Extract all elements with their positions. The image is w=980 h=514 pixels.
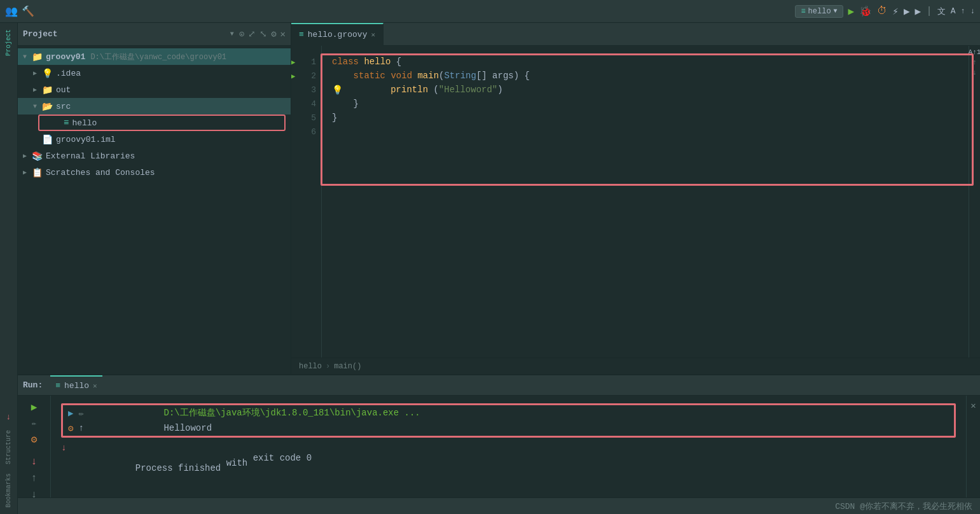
status-bar: CSDN @你若不离不弃，我必生死相依 [18,497,980,514]
sidebar-structure-btn[interactable]: Structure [4,426,13,468]
run-arrow-2[interactable]: ▶ [291,71,295,81]
sidebar-down-btn[interactable]: ↓ [1,410,17,425]
scratches-icon: 📋 [32,167,43,178]
project-header: Project ▼ ⊙ ⤢ ⤡ ⚙ ✕ [18,23,291,46]
locate-icon[interactable]: ⊙ [239,29,244,39]
out-arrow: ▶ [33,86,42,94]
more-actions-button[interactable]: ▶ [904,5,910,18]
fn-paren-close: ) [497,85,502,95]
param-type: String [444,71,476,81]
code-line-6 [332,125,958,139]
tree-out[interactable]: ▶ 📁 out [18,81,291,98]
run-config-icon: ≡ [801,7,805,16]
font-label: 文 [937,6,946,17]
sidebar-bookmarks-btn[interactable]: Bookmarks [4,469,13,511]
main-area: Project ↓ Structure Bookmarks Project ▼ … [0,23,980,514]
editor-breadcrumb: hello › main() [291,358,980,374]
people-icon[interactable]: 👥 [5,5,18,18]
expand-icon[interactable]: ⤢ [248,29,256,39]
scroll-up[interactable]: ↑ [972,59,977,66]
console-highlight-block: ▶ ✏ D:\工作磁盘\java环境\jdk1.8.0_181\bin\java… [61,403,956,438]
breadcrumb-main: main() [334,362,361,371]
tree-iml[interactable]: ▶ 📄 groovy01.iml [18,131,291,148]
run-tab-close[interactable]: ✕ [93,382,97,390]
bulb-icon[interactable]: 💡 [332,85,343,95]
hammer-icon[interactable]: 🔨 [22,5,34,18]
project-title: Project [23,29,225,39]
stop-btn[interactable]: ⚙ [24,433,45,446]
idea-icon: 💡 [42,68,53,79]
hello-name: hello [72,118,97,128]
line-6: 6 [291,125,321,139]
kw-static: static [354,71,391,81]
kw-void: void [390,71,417,81]
linenum-5: 5 [311,113,316,123]
run-again-btn[interactable]: ▶ [24,401,45,413]
fn-call: println [390,85,433,95]
hello-arrow: ▶ [55,119,64,127]
root-path: D:\工作磁盘\yanwc_code\groovy01 [90,52,226,62]
src-icon: 📂 [42,101,53,112]
run-tab-hello[interactable]: ≡ hello ✕ [50,375,102,396]
param-name: args [487,71,514,81]
editor-tab-hello[interactable]: ≡ hello.groovy ✕ [291,23,383,46]
sidebar-project-btn[interactable]: Project [4,25,13,60]
linenum-6: 6 [311,127,316,137]
code-area[interactable]: class hello { ____ static void main ( St… [322,46,969,358]
gear-icon[interactable]: ⚙ [271,29,276,39]
close-panel-icon[interactable]: ✕ [280,29,286,39]
scroll-up-btn[interactable]: ↑ [24,473,45,484]
extra-run-button[interactable]: ▶ [915,5,921,18]
run-button[interactable]: ▶ [848,5,855,18]
scroll-down-btn[interactable]: ↓ [24,456,45,468]
code-line-5: } [332,111,958,125]
console-helloword: ⚙ ↑ Helloword [63,420,954,436]
run-arrow-1[interactable]: ▶ [291,57,295,67]
cmd-edit-icon: ✏ [78,408,83,419]
tree-root[interactable]: ▼ 📁 groovy01 D:\工作磁盘\yanwc_code\groovy01 [18,48,291,65]
annotation-label: A↑1 [969,48,980,56]
bottom-left-tools: ▶ ✏ ⚙ ↓ ↑ ↓ ≡ ▬ [18,396,51,497]
line-2: ▶ 2 [291,69,321,83]
editor-tabs: ≡ hello.groovy ✕ [291,23,980,46]
scroll-down2-btn[interactable]: ↓ [24,489,45,497]
tree-idea[interactable]: ▶ 💡 .idea [18,65,291,81]
right-close-btn[interactable]: ✕ [969,398,977,413]
src-arrow: ▼ [33,103,42,110]
idea-name: .idea [56,69,81,78]
coverage-button[interactable]: ⏱ [877,5,887,17]
project-panel: Project ▼ ⊙ ⤢ ⤡ ⚙ ✕ ▼ 📁 groovy [18,23,291,374]
ext-lib-icon: 📚 [32,151,43,162]
line-4: 4 [291,97,321,111]
run-config-selector[interactable]: ≡ hello ▼ [795,5,843,18]
tree-hello[interactable]: ▶ ≡ hello [38,115,286,131]
out-icon: 📁 [42,85,53,95]
debug-button[interactable]: 🐞 [859,5,872,18]
run-config-dropdown-icon: ▼ [834,8,838,15]
top-toolbar: 👥 🔨 ≡ hello ▼ ▶ 🐞 ⏱ ⚡ ▶ ▶ | 文 A ↑ ↓ [0,0,980,23]
tree-scratches[interactable]: ▶ 📋 Scratches and Consoles [18,164,291,181]
tree-ext-lib[interactable]: ▶ 📚 External Libraries [18,148,291,164]
nav-down-icon[interactable]: ↓ [970,7,975,16]
top-and-editor: Project ▼ ⊙ ⤢ ⤡ ⚙ ✕ ▼ 📁 groovy [18,23,980,374]
code-line-2: ____ static void main ( String [] args )… [332,69,958,83]
src-name: src [56,102,71,111]
idea-arrow: ▶ [33,69,42,77]
nav-up-icon[interactable]: ↑ [961,7,965,16]
paren-open: ( [439,71,444,81]
editor-scrollbar[interactable]: A↑1 ↑ ↓ [969,46,980,358]
iml-icon: 📄 [42,134,53,145]
profile-button[interactable]: ⚡ [892,5,899,18]
tab-close-icon[interactable]: ✕ [371,31,375,39]
left-sidebar: Project ↓ Structure Bookmarks [0,23,18,514]
method-name: main [417,71,439,81]
tree-src[interactable]: ▼ 📂 src [18,98,291,115]
collapse-icon[interactable]: ⤡ [259,29,267,39]
with-keyword: with [226,458,248,468]
edit-config-btn[interactable]: ✏ [24,419,45,428]
breadcrumb-hello: hello [299,362,322,371]
code-line-1: class hello { [332,55,958,69]
tab-label: hello.groovy [308,30,368,39]
scroll-down[interactable]: ↓ [972,69,977,76]
inner-main: Project ▼ ⊙ ⤢ ⤡ ⚙ ✕ ▼ 📁 groovy [18,23,980,514]
